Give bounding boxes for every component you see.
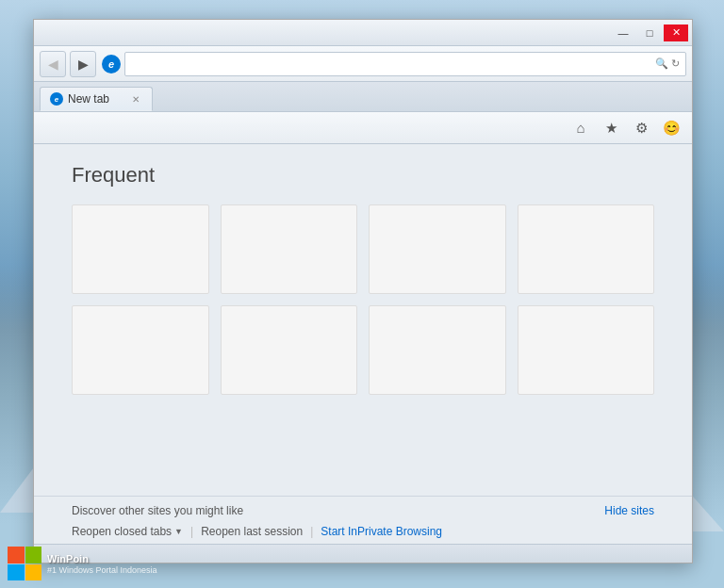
dropdown-arrow-icon[interactable]: ▼ xyxy=(174,527,183,536)
maximize-button[interactable]: □ xyxy=(637,24,662,41)
settings-button[interactable]: ⚙ xyxy=(630,117,652,139)
tab-close-button[interactable]: ✕ xyxy=(129,92,142,106)
tab-bar: e New tab ✕ xyxy=(34,82,692,112)
home-icon: ⌂ xyxy=(576,120,584,136)
search-icon[interactable]: 🔍 xyxy=(655,57,668,70)
section-title: Frequent xyxy=(72,163,654,188)
navigation-bar: ◀ ▶ e 🔍 ↻ xyxy=(34,46,692,82)
forward-button[interactable]: ▶ xyxy=(70,51,96,77)
window-controls: — □ ✕ xyxy=(611,24,688,41)
active-tab[interactable]: e New tab ✕ xyxy=(40,87,153,111)
reopen-closed-tabs-button[interactable]: Reopen closed tabs ▼ xyxy=(72,525,183,538)
home-button[interactable]: ⌂ xyxy=(569,117,592,139)
bottom-bar: Discover other sites you might like Hide… xyxy=(34,496,692,544)
thumbnail-4[interactable] xyxy=(518,204,655,294)
star-icon: ★ xyxy=(605,120,617,137)
thumbnail-7[interactable] xyxy=(369,305,506,395)
thumbnail-3[interactable] xyxy=(369,204,506,294)
winpoin-name: WinPoin xyxy=(47,552,157,565)
reopen-closed-tabs-label: Reopen closed tabs xyxy=(72,525,172,538)
address-bar[interactable]: 🔍 ↻ xyxy=(124,52,686,76)
thumbnail-2[interactable] xyxy=(221,204,358,294)
browser-window: — □ ✕ ◀ ▶ e 🔍 ↻ e New tab ✕ xyxy=(33,19,693,564)
discover-row: Discover other sites you might like Hide… xyxy=(72,504,654,517)
tab-favicon: e xyxy=(50,92,63,106)
reopen-last-session-button[interactable]: Reopen last session xyxy=(201,525,303,538)
thumbnail-6[interactable] xyxy=(221,305,358,395)
gear-icon: ⚙ xyxy=(635,120,648,137)
winpoin-watermark: WinPoin #1 Windows Portal Indonesia xyxy=(8,547,157,580)
winpoin-logo xyxy=(8,547,41,580)
page-area: Frequent xyxy=(34,144,692,496)
emoji-icon: 😊 xyxy=(663,120,681,137)
emoji-button[interactable]: 😊 xyxy=(660,117,683,139)
thumbnail-5[interactable] xyxy=(72,305,209,395)
separator-1: | xyxy=(190,525,193,538)
thumbnails-grid xyxy=(72,204,654,395)
tab-label: New tab xyxy=(68,92,109,106)
discover-text: Discover other sites you might like xyxy=(72,504,243,517)
close-button[interactable]: ✕ xyxy=(664,24,688,41)
thumbnail-8[interactable] xyxy=(518,305,655,395)
address-bar-icons: 🔍 ↻ xyxy=(655,57,680,70)
forward-icon: ▶ xyxy=(78,57,89,72)
minimize-button[interactable]: — xyxy=(611,24,635,41)
back-button[interactable]: ◀ xyxy=(40,51,66,77)
links-row: Reopen closed tabs ▼ | Reopen last sessi… xyxy=(72,525,654,538)
separator-2: | xyxy=(310,525,313,538)
thumbnail-1[interactable] xyxy=(72,204,209,294)
address-input[interactable] xyxy=(131,57,655,71)
ie-nav-logo: e xyxy=(102,55,121,74)
main-content: Frequent Discover other sites you might … xyxy=(34,144,692,544)
toolbar: ⌂ ★ ⚙ 😊 xyxy=(34,112,692,144)
hide-sites-link[interactable]: Hide sites xyxy=(604,504,654,517)
favorites-button[interactable]: ★ xyxy=(600,117,622,139)
back-icon: ◀ xyxy=(48,57,58,72)
title-bar: — □ ✕ xyxy=(34,20,692,46)
winpoin-subtitle: #1 Windows Portal Indonesia xyxy=(47,565,157,575)
inprivate-browsing-button[interactable]: Start InPrivate Browsing xyxy=(321,525,442,538)
refresh-icon[interactable]: ↻ xyxy=(671,57,680,70)
